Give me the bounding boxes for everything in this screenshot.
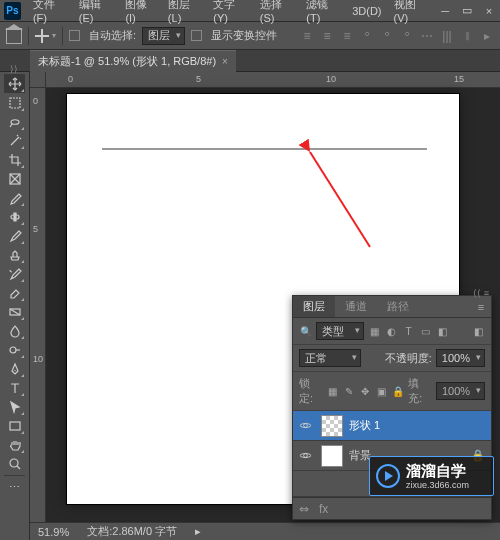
frame-tool[interactable] — [4, 169, 25, 188]
layer-filter-row: 🔍 类型 ▦ ◐ T ▭ ◧ ◧ — [293, 318, 491, 345]
healing-brush-tool[interactable] — [4, 207, 25, 226]
distribute-h-icon[interactable]: ||| — [440, 29, 454, 43]
layer-name[interactable]: 形状 1 — [347, 418, 491, 433]
panel-collapse-icon[interactable]: ⟩⟩ — [10, 64, 18, 74]
menu-select[interactable]: 选择(S) — [254, 0, 301, 24]
menu-layer[interactable]: 图层(L) — [162, 0, 207, 24]
history-brush-tool[interactable] — [4, 264, 25, 283]
filter-pixel-icon[interactable]: ▦ — [368, 325, 381, 338]
eraser-tool[interactable] — [4, 283, 25, 302]
close-tab-icon[interactable]: × — [222, 56, 228, 67]
move-tool[interactable] — [4, 74, 25, 93]
lock-artboard-icon[interactable]: ▣ — [376, 385, 388, 398]
lock-transparent-icon[interactable]: ▦ — [327, 385, 339, 398]
filter-kind-dropdown[interactable]: 类型 — [316, 322, 364, 340]
ruler-tick: 0 — [33, 96, 38, 106]
lock-all-icon[interactable]: 🔒 — [392, 385, 404, 398]
search-icon[interactable]: 🔍 — [299, 325, 312, 338]
link-layers-icon[interactable]: ⇔ — [299, 502, 309, 516]
info-chevron-icon[interactable]: ▸ — [195, 525, 201, 538]
zoom-level[interactable]: 51.9% — [38, 526, 69, 538]
dodge-tool[interactable] — [4, 340, 25, 359]
document-tab[interactable]: 未标题-1 @ 51.9% (形状 1, RGB/8#) × — [30, 50, 236, 72]
crop-tool[interactable] — [4, 150, 25, 169]
auto-select-checkbox[interactable] — [69, 30, 80, 41]
menu-filter[interactable]: 滤镜(T) — [300, 0, 346, 24]
lock-image-icon[interactable]: ✎ — [343, 385, 355, 398]
tab-layers[interactable]: 图层 — [293, 296, 335, 317]
type-tool[interactable] — [4, 378, 25, 397]
menu-view[interactable]: 视图(V) — [388, 0, 435, 24]
zoom-tool[interactable] — [4, 454, 25, 473]
layer-style-icon[interactable]: fx — [319, 502, 328, 516]
filter-toggle[interactable]: ◧ — [472, 325, 485, 338]
layer-item[interactable]: 形状 1 — [293, 411, 491, 441]
ruler-tick: 15 — [454, 74, 464, 84]
panel-menu-icon[interactable]: ≡ — [471, 296, 491, 317]
align-center-icon[interactable]: ≡ — [320, 29, 334, 43]
marquee-tool[interactable] — [4, 93, 25, 112]
home-icon[interactable] — [6, 28, 22, 44]
menu-edit[interactable]: 编辑(E) — [73, 0, 120, 24]
align-right-icon[interactable]: ≡ — [340, 29, 354, 43]
svg-point-9 — [303, 424, 307, 428]
distribute-v-icon[interactable]: ⦀ — [460, 29, 474, 43]
lasso-tool[interactable] — [4, 112, 25, 131]
path-selection-tool[interactable] — [4, 397, 25, 416]
eyedropper-tool[interactable] — [4, 188, 25, 207]
watermark-title: 溜溜自学 — [406, 462, 469, 480]
app-logo: Ps — [4, 2, 21, 20]
magic-wand-tool[interactable] — [4, 131, 25, 150]
layer-thumbnail[interactable] — [321, 415, 343, 437]
more-options-icon[interactable]: ⋯ — [420, 29, 434, 43]
filter-smart-icon[interactable]: ◧ — [436, 325, 449, 338]
panel-tabs: 图层 通道 路径 ≡ — [293, 296, 491, 318]
tab-channels[interactable]: 通道 — [335, 296, 377, 317]
window-close-icon[interactable]: × — [478, 1, 500, 21]
panel-menu-icon[interactable]: ▸ — [480, 29, 494, 43]
window-restore-icon[interactable]: ▭ — [456, 1, 478, 21]
layer-thumbnail[interactable] — [321, 445, 343, 467]
fill-input[interactable]: 100% — [436, 382, 485, 400]
show-transform-checkbox[interactable] — [191, 30, 202, 41]
menu-file[interactable]: 文件(F) — [27, 0, 73, 24]
filter-adjust-icon[interactable]: ◐ — [385, 325, 398, 338]
move-tool-icon[interactable] — [35, 29, 49, 43]
tab-paths[interactable]: 路径 — [377, 296, 419, 317]
gradient-tool[interactable] — [4, 302, 25, 321]
hand-tool[interactable] — [4, 435, 25, 454]
align-left-icon[interactable]: ≡ — [300, 29, 314, 43]
panel-collapse-icon[interactable]: ⟨⟨ ≡ — [473, 288, 489, 298]
align-middle-icon[interactable]: ꠶ — [380, 29, 394, 43]
opacity-input[interactable]: 100% — [436, 349, 485, 367]
watermark-url: zixue.3d66.com — [406, 480, 469, 491]
align-top-icon[interactable]: ꠶ — [360, 29, 374, 43]
document-info[interactable]: 文档:2.86M/0 字节 — [87, 524, 177, 539]
ruler-tick: 5 — [33, 224, 38, 234]
blur-tool[interactable] — [4, 321, 25, 340]
visibility-icon[interactable] — [293, 419, 317, 432]
blend-mode-dropdown[interactable]: 正常 — [299, 349, 361, 367]
pen-tool[interactable] — [4, 359, 25, 378]
lock-position-icon[interactable]: ✥ — [359, 385, 371, 398]
ruler-vertical[interactable]: 0 5 10 — [30, 88, 46, 522]
tool-preset-dropdown-icon[interactable]: ▾ — [52, 31, 56, 40]
ruler-horizontal[interactable]: 0 5 10 15 — [46, 72, 500, 88]
window-minimize-icon[interactable]: ─ — [434, 1, 456, 21]
brush-tool[interactable] — [4, 226, 25, 245]
menu-type[interactable]: 文字(Y) — [207, 0, 254, 24]
edit-toolbar-icon[interactable]: ⋯ — [4, 478, 25, 497]
visibility-icon[interactable] — [293, 449, 317, 462]
ruler-origin[interactable] — [30, 72, 46, 88]
align-bottom-icon[interactable]: ꠶ — [400, 29, 414, 43]
menu-bar: Ps 文件(F) 编辑(E) 图像(I) 图层(L) 文字(Y) 选择(S) 滤… — [0, 0, 500, 22]
watermark: 溜溜自学 zixue.3d66.com — [369, 456, 494, 496]
menu-3d[interactable]: 3D(D) — [346, 5, 387, 17]
filter-type-icon[interactable]: T — [402, 325, 415, 338]
menu-image[interactable]: 图像(I) — [119, 0, 161, 24]
document-tab-title: 未标题-1 @ 51.9% (形状 1, RGB/8#) — [38, 54, 216, 69]
auto-select-dropdown[interactable]: 图层 — [142, 27, 185, 45]
clone-stamp-tool[interactable] — [4, 245, 25, 264]
filter-shape-icon[interactable]: ▭ — [419, 325, 432, 338]
rectangle-tool[interactable] — [4, 416, 25, 435]
